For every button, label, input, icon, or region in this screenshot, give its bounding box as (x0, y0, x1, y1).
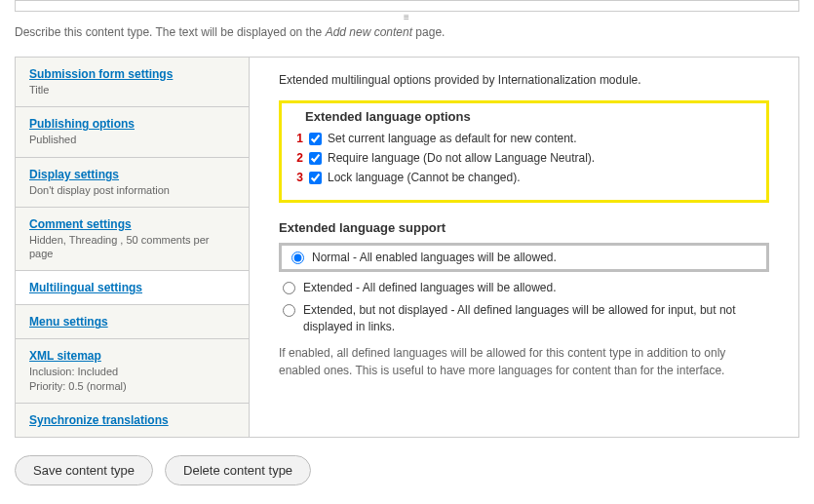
tab-summary: Inclusion: Included Priority: 0.5 (norma… (29, 365, 235, 393)
radio-extended-row: Extended - All defined languages will be… (279, 280, 769, 296)
tab-link[interactable]: Multilingual settings (29, 281, 142, 294)
tab-menu-settings[interactable]: Menu settings (16, 305, 249, 339)
opt-require-language-row: 2 Require language (Do not allow Languag… (286, 151, 756, 165)
tab-summary: Hidden, Threading , 50 comments per page (29, 233, 235, 261)
help-em: Add new content (326, 25, 412, 39)
label-require-language[interactable]: Require language (Do not allow Language … (328, 151, 595, 165)
annotation-1: 1 (286, 132, 303, 145)
delete-button[interactable]: Delete content type (165, 455, 311, 485)
save-button[interactable]: Save content type (15, 455, 153, 485)
opt-lock-language-row: 3 Lock language (Cannot be changed). (286, 171, 756, 184)
tab-link[interactable]: Submission form settings (29, 67, 173, 81)
tab-link[interactable]: Display settings (29, 168, 119, 181)
vertical-tabs: Submission form settings Title Publishin… (15, 57, 799, 438)
tab-link[interactable]: Publishing options (29, 117, 135, 131)
tab-link[interactable]: XML sitemap (29, 349, 101, 363)
label-radio-extended-not-displayed[interactable]: Extended, but not displayed - All define… (303, 302, 769, 335)
help-prefix: Describe this content type. The text wil… (15, 25, 326, 39)
tab-display-settings[interactable]: Display settings Don't display post info… (16, 158, 249, 208)
help-suffix: page. (412, 25, 445, 39)
radio-normal[interactable] (291, 252, 304, 264)
ext-support-title: Extended language support (279, 220, 769, 235)
tab-link[interactable]: Comment settings (29, 217, 132, 231)
tab-summary: Title (29, 83, 235, 97)
tabs-content: Extended multilingual options provided b… (250, 58, 798, 437)
radio-extended-not-displayed-row: Extended, but not displayed - All define… (279, 302, 769, 335)
checkbox-require-language[interactable] (309, 152, 322, 165)
ext-opts-title: Extended language options (305, 109, 756, 124)
extended-language-options-box: Extended language options 1 Set current … (279, 100, 769, 203)
label-default-language[interactable]: Set current language as default for new … (328, 132, 577, 145)
label-radio-normal[interactable]: Normal - All enabled languages will be a… (312, 251, 557, 264)
tab-summary: Published (29, 133, 235, 146)
label-lock-language[interactable]: Lock language (Cannot be changed). (328, 171, 520, 184)
tab-link[interactable]: Menu settings (29, 315, 108, 329)
form-actions: Save content type Delete content type (15, 455, 799, 485)
tabs-nav: Submission form settings Title Publishin… (16, 58, 250, 437)
tab-xml-sitemap[interactable]: XML sitemap Inclusion: Included Priority… (16, 339, 249, 404)
resize-grip[interactable]: ≡ (15, 14, 799, 21)
description-textarea[interactable] (15, 0, 799, 12)
radio-extended[interactable] (283, 282, 295, 294)
radio-normal-box: Normal - All enabled languages will be a… (279, 243, 769, 272)
radio-extended-not-displayed[interactable] (283, 304, 295, 317)
tab-submission-form[interactable]: Submission form settings Title (16, 58, 249, 107)
support-description: If enabled, all defined languages will b… (279, 344, 769, 379)
checkbox-lock-language[interactable] (309, 172, 322, 184)
checkbox-default-language[interactable] (309, 133, 322, 145)
tab-publishing-options[interactable]: Publishing options Published (16, 107, 249, 157)
tab-multilingual-settings[interactable]: Multilingual settings (16, 271, 249, 305)
label-radio-extended[interactable]: Extended - All defined languages will be… (303, 280, 557, 296)
intro-text: Extended multilingual options provided b… (279, 73, 769, 87)
description-help: Describe this content type. The text wil… (15, 25, 799, 39)
tab-comment-settings[interactable]: Comment settings Hidden, Threading , 50 … (16, 208, 249, 272)
annotation-2: 2 (286, 151, 303, 165)
annotation-3: 3 (286, 171, 303, 184)
tab-summary: Don't display post information (29, 183, 235, 197)
opt-default-language-row: 1 Set current language as default for ne… (286, 132, 756, 145)
tab-link[interactable]: Synchronize translations (29, 413, 169, 427)
tab-synchronize-translations[interactable]: Synchronize translations (16, 404, 249, 437)
